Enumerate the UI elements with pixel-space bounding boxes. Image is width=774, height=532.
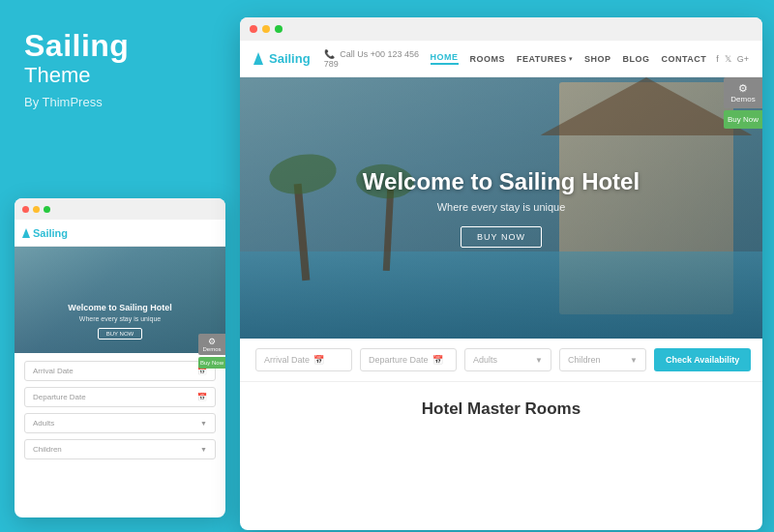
small-children-label: Children: [33, 445, 62, 454]
nav-contact[interactable]: CONTACT: [661, 54, 706, 64]
hero-title: Welcome to Sailing Hotel: [363, 168, 640, 196]
main-demos-button[interactable]: ⚙ Demos: [724, 77, 762, 108]
booking-bar: Arrival Date 📅 Departure Date 📅 Adults ▼…: [240, 339, 762, 382]
small-browser-bar: [15, 198, 225, 220]
small-hero-subtitle: Where every stay is unique: [15, 315, 225, 322]
children-select[interactable]: Children ▼: [559, 348, 646, 371]
nav-blog[interactable]: BLOG: [622, 54, 649, 64]
nav-items: HOME ROOMS FEATURES ▾ SHOP BLOG CONTACT: [431, 52, 707, 65]
main-logo-text: Sailing: [269, 51, 311, 66]
main-logo: Sailing: [253, 51, 311, 66]
main-demos-label: Demos: [730, 95, 755, 103]
brand-subtitle: Theme: [24, 63, 218, 88]
small-sail-icon: [22, 228, 30, 238]
main-nav: Sailing 📞 Call Us +00 123 456 789 HOME R…: [240, 41, 762, 77]
hero-buy-button[interactable]: BUY NOW: [461, 226, 542, 248]
nav-features[interactable]: FEATURES: [517, 54, 567, 64]
small-hero-overlay: Welcome to Sailing Hotel Where every sta…: [15, 303, 225, 340]
small-header: Sailing: [15, 220, 225, 247]
main-browser: Sailing 📞 Call Us +00 123 456 789 HOME R…: [240, 17, 762, 530]
dot-green: [44, 206, 50, 213]
left-panel: Sailing Theme By ThimPress Sailing Welco…: [0, 0, 237, 532]
small-calendar2-icon: 📅: [197, 393, 207, 401]
arrival-date-label: Arrival Date: [264, 355, 310, 365]
adults-label: Adults: [473, 355, 497, 365]
departure-calendar-icon: 📅: [432, 355, 443, 365]
brand-title: Sailing: [24, 29, 218, 63]
hero-pool: [240, 251, 762, 339]
small-browser-mockup: Sailing Welcome to Sailing Hotel Where e…: [15, 198, 225, 517]
gear-icon: ⚙: [728, 82, 759, 95]
main-dot-red: [250, 25, 257, 33]
hero-sidebar-buttons: ⚙ Demos Buy Now: [724, 77, 762, 129]
main-dot-green: [275, 25, 283, 33]
arrival-date-input[interactable]: Arrival Date 📅: [255, 348, 352, 371]
small-adults-select[interactable]: Adults ▼: [24, 413, 216, 433]
small-chevron-down-icon: ▼: [200, 420, 207, 427]
twitter-icon[interactable]: 𝕏: [725, 54, 731, 64]
adults-select[interactable]: Adults ▼: [464, 348, 551, 371]
small-demos-button[interactable]: ⚙ Demos: [198, 334, 225, 355]
phone-icon: 📞: [324, 49, 335, 59]
sail-icon: [253, 52, 263, 65]
rooms-section: Hotel Master Rooms: [240, 382, 762, 429]
small-buy-button[interactable]: BUY NOW: [98, 328, 143, 340]
nav-shop[interactable]: SHOP: [584, 54, 611, 64]
main-dot-yellow: [262, 25, 270, 33]
main-hero: Welcome to Sailing Hotel Where every sta…: [240, 77, 762, 339]
main-phone: 📞 Call Us +00 123 456 789: [324, 49, 431, 69]
children-chevron-icon: ▼: [630, 356, 638, 365]
nav-features-chevron: ▾: [569, 55, 573, 63]
small-buynow-button[interactable]: Buy Now: [198, 357, 225, 369]
small-adults-label: Adults: [33, 419, 54, 428]
small-departure-label: Departure Date: [33, 393, 86, 401]
hero-content: Welcome to Sailing Hotel Where every sta…: [363, 168, 640, 248]
small-logo: Sailing: [22, 227, 68, 239]
small-logo-text: Sailing: [33, 227, 68, 239]
arrival-calendar-icon: 📅: [313, 355, 324, 365]
small-chevron2-down-icon: ▼: [200, 446, 207, 453]
small-arrival-input[interactable]: Arrival Date 📅: [24, 361, 216, 381]
rooms-section-title: Hotel Master Rooms: [259, 399, 743, 419]
facebook-icon[interactable]: f: [716, 54, 719, 64]
google-plus-icon[interactable]: G+: [737, 54, 749, 64]
small-hero-title: Welcome to Sailing Hotel: [15, 303, 225, 314]
children-label: Children: [568, 355, 601, 365]
nav-rooms[interactable]: ROOMS: [470, 54, 506, 64]
main-browser-bar: [240, 17, 762, 41]
small-booking-form: Arrival Date 📅 Departure Date 📅 Adults ▼…: [15, 353, 225, 467]
nav-social: f 𝕏 G+: [716, 54, 749, 64]
main-buynow-button[interactable]: Buy Now: [724, 110, 762, 129]
main-buynow-label: Buy Now: [728, 115, 759, 124]
adults-chevron-icon: ▼: [535, 356, 543, 365]
small-demos-label: Demos: [202, 346, 221, 352]
nav-home[interactable]: HOME: [431, 52, 459, 65]
small-hero: Welcome to Sailing Hotel Where every sta…: [15, 247, 225, 353]
small-arrival-label: Arrival Date: [33, 367, 74, 375]
departure-date-label: Departure Date: [369, 355, 429, 365]
departure-date-input[interactable]: Departure Date 📅: [360, 348, 457, 371]
small-buynow-label: Buy Now: [200, 360, 223, 366]
brand-by: By ThimPress: [24, 95, 218, 109]
small-children-select[interactable]: Children ▼: [24, 439, 216, 459]
hero-subtitle: Where every stay is unique: [363, 201, 640, 213]
small-departure-input[interactable]: Departure Date 📅: [24, 387, 216, 407]
check-availability-button[interactable]: Check Availability: [654, 348, 751, 371]
phone-number: Call Us +00 123 456 789: [324, 49, 419, 69]
dot-red: [22, 206, 29, 213]
dot-yellow: [33, 206, 40, 213]
